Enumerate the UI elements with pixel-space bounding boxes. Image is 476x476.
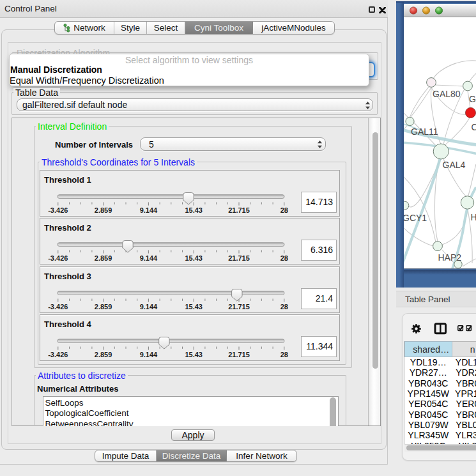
svg-text:9.144: 9.144 — [140, 206, 158, 214]
svg-text:C: C — [472, 122, 476, 132]
svg-text:21.715: 21.715 — [228, 206, 250, 214]
svg-text:GAL11: GAL11 — [411, 127, 438, 137]
svg-text:28: 28 — [280, 254, 288, 262]
svg-text:-3.426: -3.426 — [48, 254, 68, 262]
svg-text:GCY1: GCY1 — [404, 213, 427, 223]
svg-text:15.43: 15.43 — [185, 254, 203, 262]
svg-text:H: H — [471, 212, 476, 222]
svg-text:2.859: 2.859 — [95, 254, 112, 262]
svg-text:21.715: 21.715 — [228, 254, 250, 262]
svg-text:28: 28 — [280, 206, 288, 214]
svg-text:28: 28 — [280, 303, 288, 311]
svg-text:9.144: 9.144 — [140, 351, 158, 358]
svg-text:9.144: 9.144 — [140, 303, 158, 311]
svg-text:GAL4: GAL4 — [443, 160, 466, 170]
svg-text:28: 28 — [280, 351, 288, 358]
svg-text:21.715: 21.715 — [228, 351, 250, 358]
svg-text:21.715: 21.715 — [228, 303, 250, 311]
svg-text:GAL80: GAL80 — [433, 89, 461, 99]
svg-text:15.43: 15.43 — [185, 351, 203, 358]
svg-text:15.43: 15.43 — [185, 303, 203, 311]
svg-text:-3.426: -3.426 — [48, 351, 68, 358]
svg-text:2.859: 2.859 — [95, 206, 112, 214]
svg-text:9.144: 9.144 — [140, 254, 158, 262]
svg-text:15.43: 15.43 — [185, 206, 203, 214]
svg-text:-3.426: -3.426 — [48, 303, 68, 311]
svg-text:2.859: 2.859 — [95, 303, 112, 311]
svg-text:2.859: 2.859 — [95, 351, 112, 358]
svg-text:-3.426: -3.426 — [48, 206, 68, 214]
svg-text:GA: GA — [469, 94, 476, 104]
svg-text:HAP2: HAP2 — [438, 252, 462, 263]
